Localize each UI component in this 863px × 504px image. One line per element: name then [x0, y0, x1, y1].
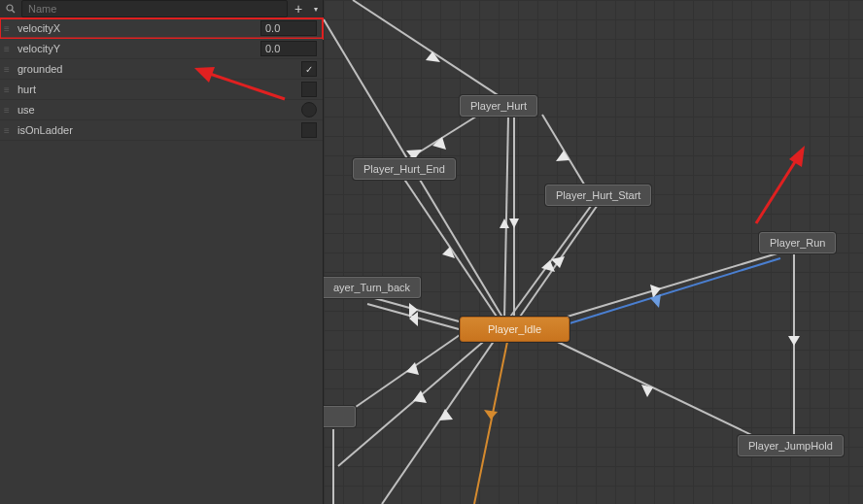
parameter-name: velocityY [17, 43, 260, 54]
parameter-name: velocityX [17, 22, 260, 34]
node-label: Player_Hurt_Start [556, 189, 640, 201]
search-icon [4, 2, 17, 16]
node-label: ayer_Turn_back [333, 282, 410, 293]
parameter-float-field[interactable] [260, 41, 317, 56]
svg-line-4 [504, 117, 508, 319]
parameter-search-row: + ▾ [0, 0, 323, 18]
animator-graph[interactable]: Player_Hurt Player_Hurt_End Player_Hurt_… [324, 0, 863, 504]
parameter-name: use [17, 104, 270, 116]
state-node-player-hurt[interactable]: Player_Hurt [460, 95, 537, 117]
add-parameter-dropdown[interactable]: ▾ [309, 1, 323, 17]
parameter-name: hurt [17, 84, 270, 95]
node-label: Player_Hurt [470, 100, 527, 112]
parameter-search-input[interactable] [21, 0, 288, 17]
parameters-panel: + ▾ ≡ velocityX ≡ velocityY ≡ grounded ✓… [0, 0, 324, 504]
drag-handle-icon[interactable]: ≡ [4, 64, 12, 75]
parameter-bool-checkbox[interactable] [301, 82, 317, 97]
parameter-row-velocityX[interactable]: ≡ velocityX [0, 18, 323, 39]
svg-line-16 [541, 334, 766, 442]
svg-line-8 [542, 115, 586, 187]
parameter-bool-checkbox[interactable]: ✓ [301, 61, 317, 77]
parameter-row-isOnLadder[interactable]: ≡ isOnLadder [0, 120, 323, 141]
drag-handle-icon[interactable]: ≡ [4, 84, 12, 95]
node-label: Player_Run [770, 237, 825, 249]
state-node-player-jumphold[interactable]: Player_JumpHold [738, 435, 844, 456]
parameter-name: grounded [17, 63, 270, 75]
state-node-offscreen[interactable] [324, 406, 356, 427]
parameter-row-grounded[interactable]: ≡ grounded ✓ [0, 59, 323, 80]
drag-handle-icon[interactable]: ≡ [4, 125, 12, 136]
drag-handle-icon[interactable]: ≡ [4, 105, 12, 116]
state-node-player-idle[interactable]: Player_Idle [460, 317, 570, 342]
node-label: Player_Idle [488, 323, 541, 335]
state-node-player-turn-back[interactable]: ayer_Turn_back [324, 277, 421, 298]
node-label: Player_Hurt_End [363, 163, 445, 175]
svg-marker-22 [500, 218, 509, 228]
svg-marker-23 [509, 218, 519, 228]
svg-line-1 [12, 10, 15, 13]
svg-marker-33 [788, 336, 800, 346]
node-label: Player_JumpHold [748, 440, 833, 452]
svg-marker-32 [650, 294, 661, 308]
svg-line-17 [338, 337, 489, 466]
svg-line-14 [541, 258, 780, 332]
parameter-row-use[interactable]: ≡ use [0, 100, 323, 120]
svg-point-0 [7, 5, 13, 11]
svg-marker-36 [439, 409, 453, 420]
parameter-float-field[interactable] [260, 20, 317, 36]
parameter-name: isOnLadder [17, 124, 270, 136]
drag-handle-icon[interactable]: ≡ [4, 23, 12, 34]
parameter-row-hurt[interactable]: ≡ hurt [0, 80, 323, 100]
parameter-bool-checkbox[interactable] [301, 122, 317, 138]
state-node-player-run[interactable]: Player_Run [759, 232, 836, 253]
svg-line-9 [508, 202, 594, 319]
svg-line-3 [353, 0, 508, 102]
drag-handle-icon[interactable]: ≡ [4, 44, 12, 54]
svg-line-11 [367, 296, 469, 324]
parameter-trigger-radio[interactable] [301, 102, 317, 118]
state-node-player-hurt-start[interactable]: Player_Hurt_Start [545, 185, 651, 206]
add-parameter-button[interactable]: + [288, 1, 309, 17]
parameter-row-velocityY[interactable]: ≡ velocityY [0, 39, 323, 59]
svg-line-12 [367, 304, 469, 332]
svg-marker-37 [484, 410, 498, 420]
state-node-player-hurt-end[interactable]: Player_Hurt_End [353, 158, 456, 180]
